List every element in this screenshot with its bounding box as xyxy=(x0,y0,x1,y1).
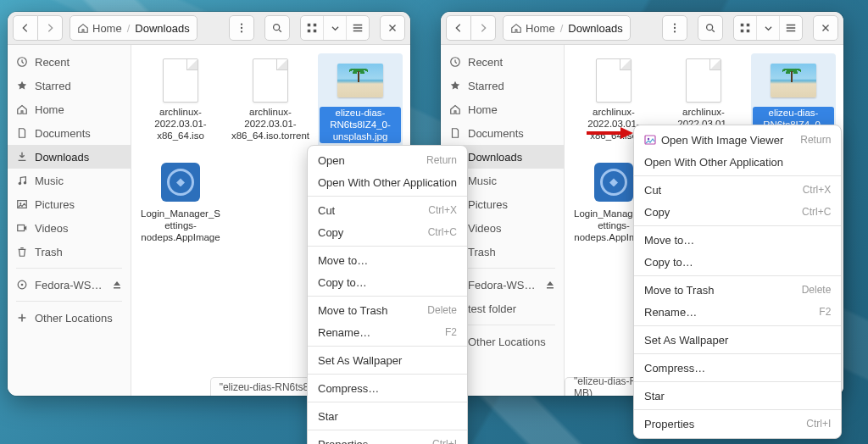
context-item-rename[interactable]: Rename…F2 xyxy=(308,321,467,343)
back-button[interactable] xyxy=(13,15,38,41)
pathbar[interactable]: Home / Downloads xyxy=(70,15,198,41)
menu-button[interactable] xyxy=(229,15,254,41)
context-item-label: Move to Trash xyxy=(318,304,387,317)
sidebar-item-downloads[interactable]: Downloads xyxy=(8,145,131,169)
file-item[interactable]: elizeu-dias-RN6ts8IZ4_0-unsplash.jpg xyxy=(318,53,403,148)
file-label: archlinux-2022.03.01-x86_64.iso xyxy=(140,107,221,142)
context-item-open[interactable]: OpenReturn xyxy=(308,149,467,171)
forward-button[interactable] xyxy=(471,15,496,41)
sidebar-item-videos[interactable]: Videos xyxy=(8,216,131,240)
path-home[interactable]: Home xyxy=(505,16,560,40)
search-button[interactable] xyxy=(264,15,290,41)
sidebar-item-other-locations[interactable]: Other Locations xyxy=(8,306,131,330)
svg-rect-23 xyxy=(747,30,750,33)
image-viewer-icon xyxy=(644,134,656,146)
sidebar-item-label: Documents xyxy=(468,127,555,140)
context-item-set-as-wallpaper[interactable]: Set As Wallpaper xyxy=(308,349,467,371)
sidebar-item-trash[interactable]: Trash xyxy=(8,240,131,264)
sidebar-item-pictures[interactable]: Pictures xyxy=(8,192,131,216)
context-item-copy[interactable]: CopyCtrl+C xyxy=(308,221,467,243)
context-item-label: Rename… xyxy=(644,306,697,319)
icon-view-button[interactable] xyxy=(301,16,323,40)
context-item-label: Rename… xyxy=(318,326,370,339)
context-item-label: Cut xyxy=(644,184,661,197)
icon-view-dropdown[interactable] xyxy=(323,16,346,40)
search-button[interactable] xyxy=(698,15,723,41)
sidebar-item-music[interactable]: Music xyxy=(8,169,131,192)
context-separator xyxy=(634,175,841,176)
list-view-button[interactable] xyxy=(779,16,802,40)
svg-point-9 xyxy=(19,182,22,186)
context-item-properties[interactable]: PropertiesCtrl+I xyxy=(634,413,841,435)
path-home[interactable]: Home xyxy=(72,16,127,40)
context-item-copy[interactable]: CopyCtrl+C xyxy=(634,201,841,223)
sidebar-item-label: Home xyxy=(468,103,555,116)
context-item-open-with-other-application[interactable]: Open With Other Application xyxy=(634,151,841,173)
image-thumbnail-icon xyxy=(770,57,817,104)
eject-icon[interactable] xyxy=(545,280,555,290)
sidebar-item-label: Trash xyxy=(468,246,555,258)
sidebar-item-starred[interactable]: Starred xyxy=(441,74,564,97)
sidebar: RecentStarredHomeDocumentsDownloadsMusic… xyxy=(8,45,131,396)
sidebar-item-starred[interactable]: Starred xyxy=(8,74,131,97)
icon-view-dropdown[interactable] xyxy=(756,16,779,40)
icon-view-button[interactable] xyxy=(734,16,756,40)
context-item-copy-to[interactable]: Copy to… xyxy=(308,271,467,293)
pathbar[interactable]: Home / Downloads xyxy=(503,15,631,41)
context-item-compress[interactable]: Compress… xyxy=(308,377,467,399)
path-home-label: Home xyxy=(92,22,122,35)
sidebar-item-home[interactable]: Home xyxy=(441,97,564,121)
annotation-arrow xyxy=(585,125,634,141)
context-item-move-to[interactable]: Move to… xyxy=(634,229,841,251)
view-toggle xyxy=(300,15,370,41)
file-item[interactable]: Login_Manager_Settings-nodeps.AppImage xyxy=(138,155,223,248)
list-view-button[interactable] xyxy=(346,16,369,40)
context-separator xyxy=(308,430,467,430)
context-item-cut[interactable]: CutCtrl+X xyxy=(308,199,467,221)
context-item-rename[interactable]: Rename…F2 xyxy=(634,301,841,323)
context-item-open-with-image-viewer[interactable]: Open With Image ViewerReturn xyxy=(634,129,841,151)
context-item-label: Copy to… xyxy=(644,256,693,269)
sidebar-item-fedora-ws-li-[interactable]: Fedora-WS-Li… xyxy=(8,273,131,297)
clock-icon xyxy=(449,56,461,68)
context-item-open-with-other-application[interactable]: Open With Other Application xyxy=(308,171,467,193)
menu-button[interactable] xyxy=(662,15,687,41)
context-shortcut: Ctrl+X xyxy=(803,184,832,196)
context-item-label: Set As Wallpaper xyxy=(318,354,402,367)
sidebar-item-documents[interactable]: Documents xyxy=(8,121,131,145)
context-item-compress[interactable]: Compress… xyxy=(634,357,841,379)
sidebar-item-label: Videos xyxy=(468,222,555,235)
file-item[interactable]: archlinux-2022.03.01-x86_64.iso.torrent xyxy=(228,53,313,148)
context-item-label: Cut xyxy=(318,204,335,217)
file-item[interactable]: archlinux-2022.03.01-x86_64.iso xyxy=(138,53,223,148)
sidebar-item-recent[interactable]: Recent xyxy=(8,50,131,74)
back-button[interactable] xyxy=(446,15,471,41)
context-item-copy-to[interactable]: Copy to… xyxy=(634,251,841,273)
context-item-cut[interactable]: CutCtrl+X xyxy=(634,179,841,201)
context-shortcut: Ctrl+I xyxy=(432,438,457,444)
sidebar-item-documents[interactable]: Documents xyxy=(441,121,564,145)
close-button[interactable] xyxy=(813,15,838,41)
context-item-properties[interactable]: PropertiesCtrl+I xyxy=(308,433,467,444)
context-item-set-as-wallpaper[interactable]: Set As Wallpaper xyxy=(634,329,841,351)
context-item-label: Open xyxy=(318,154,345,167)
sidebar-item-label: Other Locations xyxy=(468,336,555,348)
star-icon xyxy=(16,80,28,92)
context-item-move-to-trash[interactable]: Move to TrashDelete xyxy=(308,299,467,321)
eject-icon[interactable] xyxy=(112,280,122,290)
path-current[interactable]: Downloads xyxy=(563,16,627,40)
context-shortcut: Ctrl+X xyxy=(428,204,457,216)
sidebar-item-home[interactable]: Home xyxy=(8,97,131,121)
sidebar-item-label: Videos xyxy=(35,222,122,235)
home-icon xyxy=(16,103,28,115)
context-item-label: Star xyxy=(644,390,665,402)
context-item-move-to-trash[interactable]: Move to TrashDelete xyxy=(634,279,841,301)
context-item-move-to[interactable]: Move to… xyxy=(308,249,467,271)
path-current[interactable]: Downloads xyxy=(130,16,194,40)
context-item-star[interactable]: Star xyxy=(634,385,841,407)
forward-button[interactable] xyxy=(38,15,63,41)
sidebar-item-recent[interactable]: Recent xyxy=(441,50,564,74)
close-button[interactable] xyxy=(380,15,405,41)
context-item-star[interactable]: Star xyxy=(308,405,467,427)
svg-point-2 xyxy=(241,31,242,32)
